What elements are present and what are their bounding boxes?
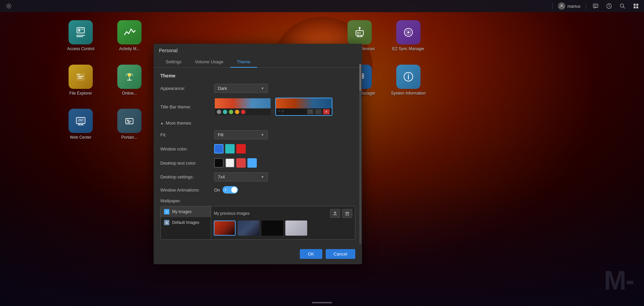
wallpaper-content-header: My previous images: [214, 209, 352, 218]
ok-button[interactable]: OK: [300, 249, 322, 259]
bottom-bar-indicator: [312, 302, 332, 303]
wallpaper-label: Wallpaper:: [160, 198, 214, 203]
online-label: Online...: [122, 91, 137, 96]
web-center-icon-box: [69, 109, 93, 133]
desktop-icon-access-control[interactable]: Access Control: [59, 17, 103, 55]
scrollbar-track[interactable]: [359, 64, 361, 244]
gear-icon[interactable]: [4, 1, 13, 11]
svg-rect-6: [636, 4, 638, 6]
window-color-blue[interactable]: [214, 144, 224, 154]
tb-btn-gray: [217, 110, 221, 114]
more-themes-toggle[interactable]: ▲ More themes: [160, 121, 355, 126]
external-devices-icon-box: [348, 20, 372, 44]
fit-dropdown[interactable]: Fill ▼: [214, 130, 268, 139]
clock-icon[interactable]: [605, 2, 613, 10]
cancel-button[interactable]: Cancel: [326, 249, 355, 259]
window-color-swatches: [214, 144, 355, 154]
svg-rect-5: [634, 4, 636, 6]
wallpaper-thumbnails: [214, 220, 352, 236]
text-color-blue[interactable]: [247, 158, 257, 168]
svg-point-1: [561, 4, 563, 6]
topbar-divider2: [586, 3, 586, 9]
svg-rect-2: [593, 4, 598, 7]
desktop-settings-dropdown[interactable]: 7x4 ▼: [214, 172, 268, 181]
web-center-label: Web Center: [70, 135, 91, 140]
text-color-white[interactable]: [225, 158, 235, 168]
desktop-icon-portainer[interactable]: Portain...: [108, 105, 151, 143]
animations-toggle-row: On I: [214, 186, 355, 194]
wallpaper-container: + My images ⊞ Default Images My previous…: [160, 206, 355, 240]
tb-btn-teal: [223, 110, 227, 114]
wallpaper-content: My previous images: [211, 206, 355, 239]
desktop-icon-activity[interactable]: Activity M...: [108, 17, 151, 55]
titlebar-preview-1-bottom: [215, 108, 271, 115]
titlebar-previews: ⌃ ? ❐ − ✕: [214, 98, 355, 116]
appearance-dropdown[interactable]: Dark ▼: [214, 84, 268, 93]
desktop-icon-file-explorer[interactable]: File Explorer: [59, 61, 103, 99]
desktop-settings-arrow-icon: ▼: [261, 175, 264, 179]
dialog-footer: OK Cancel: [154, 245, 362, 264]
personal-settings-dialog: Personal Settings Volume Usage Theme The…: [154, 44, 362, 264]
fit-label: Fit:: [160, 132, 214, 137]
titlebar-theme-control: ⌃ ? ❐ − ✕: [214, 98, 355, 116]
scrollbar-thumb[interactable]: [359, 64, 361, 91]
svg-rect-8: [636, 6, 638, 8]
titlebar-2-left-icons: ⌃ ?: [278, 110, 284, 114]
titlebar-preview-2-bottom: ⌃ ? ❐ − ✕: [276, 108, 332, 115]
svg-point-18: [407, 31, 409, 33]
titlebar-preview-2[interactable]: ⌃ ? ❐ − ✕: [275, 98, 332, 116]
svg-rect-10: [78, 29, 80, 32]
svg-rect-29: [77, 118, 84, 123]
animations-control: On I: [214, 186, 355, 194]
dialog-titlebar: Personal Settings Volume Usage Theme: [154, 44, 362, 68]
wallpaper-thumb-3[interactable]: [261, 220, 283, 236]
desktop-icon-online[interactable]: Online...: [108, 61, 151, 99]
dropdown-arrow-icon: ▼: [261, 87, 264, 90]
titlebar-preview-1-top: [215, 98, 271, 108]
search-icon[interactable]: [618, 2, 627, 10]
messages-icon[interactable]: [592, 2, 600, 10]
wallpaper-upload-btn[interactable]: [330, 209, 340, 218]
dialog-title: Personal: [159, 48, 357, 53]
window-color-teal[interactable]: [225, 144, 235, 154]
file-explorer-icon-box: [69, 65, 93, 89]
topbar-right: marius: [552, 2, 640, 10]
fit-value: Fill: [218, 132, 224, 137]
svg-point-27: [408, 74, 409, 75]
wallpaper-thumb-4[interactable]: [285, 220, 307, 236]
wallpaper-delete-btn[interactable]: [342, 209, 352, 218]
tab-theme[interactable]: Theme: [230, 57, 257, 68]
desktop-icon-system-info[interactable]: System Information: [387, 61, 430, 99]
dialog-tabs: Settings Volume Usage Theme: [159, 57, 357, 67]
tb-btn-orange: [235, 110, 239, 114]
tab-settings[interactable]: Settings: [159, 57, 188, 68]
access-control-label: Access Control: [67, 46, 94, 52]
wallpaper-my-images[interactable]: + My images: [161, 206, 211, 217]
titlebar-preview-1[interactable]: [214, 98, 271, 116]
dialog-body: Theme Appearance: Dark ▼ Title Bar theme…: [154, 68, 362, 245]
default-images-label: Default Images: [172, 220, 199, 225]
window-color-row: Window color:: [160, 144, 355, 154]
animations-toggle[interactable]: I: [223, 186, 238, 194]
window-color-label: Window color:: [160, 146, 214, 151]
desktop-icon-ez-sync[interactable]: EZ Sync Manager: [387, 17, 430, 55]
wallpaper-thumb-1[interactable]: [214, 220, 236, 236]
activity-label: Activity M...: [119, 46, 139, 52]
text-color-red[interactable]: [236, 158, 246, 168]
wallpaper-thumb-2[interactable]: [238, 220, 259, 236]
system-info-icon-box: [396, 65, 420, 89]
activity-icon-box: [117, 20, 142, 44]
tb2-min-btn: −: [315, 109, 322, 114]
wallpaper-default-images[interactable]: ⊞ Default Images: [161, 217, 211, 228]
tb2-copy-btn: ❐: [307, 109, 314, 114]
window-color-red[interactable]: [236, 144, 246, 154]
tb-btn-green: [229, 110, 233, 114]
chevron-up-icon: ▲: [160, 121, 164, 125]
desktop-icon-web-center[interactable]: Web Center: [59, 105, 103, 143]
tab-volume-usage[interactable]: Volume Usage: [188, 57, 230, 68]
grid-icon[interactable]: [632, 2, 640, 10]
desktop-settings-row: Desktop settings: 7x4 ▼: [160, 172, 355, 181]
text-color-black[interactable]: [214, 158, 224, 168]
topbar-user[interactable]: marius: [558, 2, 580, 10]
animations-row: Window Animations: On I: [160, 186, 355, 194]
